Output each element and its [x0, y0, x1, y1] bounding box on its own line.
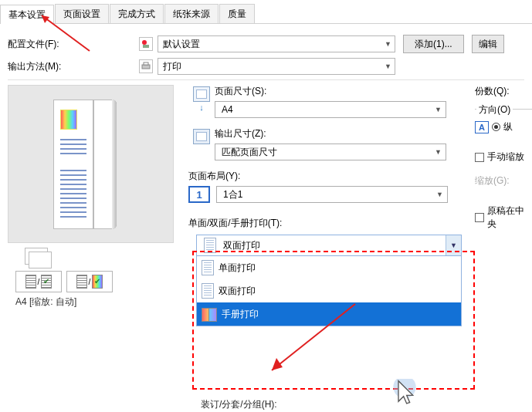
chevron-down-icon: ▼ — [385, 62, 391, 70]
tab-quality[interactable]: 质量 — [219, 4, 255, 23]
chevron-down-icon: ▼ — [385, 40, 391, 48]
down-arrow-icon: ↓ — [199, 103, 204, 112]
printer-icon — [139, 59, 153, 73]
binding-label: 装订/分套/分组(H): — [201, 398, 277, 411]
single-page-icon — [202, 260, 214, 275]
profile-icon — [139, 37, 153, 51]
add-button[interactable]: 添加(1)... — [403, 35, 464, 53]
svg-rect-2 — [142, 65, 150, 69]
svg-point-0 — [142, 40, 147, 45]
scaling-label: 缩放(G): — [475, 174, 532, 187]
layout-select[interactable]: 1合1 ▼ — [216, 186, 448, 203]
tab-finish[interactable]: 完成方式 — [110, 4, 164, 23]
edit-button[interactable]: 编辑 — [472, 35, 504, 53]
option-label: 单面打印 — [219, 262, 256, 275]
layout-number-box: 1 — [188, 186, 210, 203]
output-method-value: 打印 — [163, 60, 181, 73]
page-size-icon — [193, 86, 210, 102]
output-method-select[interactable]: 打印 ▼ — [158, 58, 395, 75]
manual-scale-label: 手动缩放 — [487, 150, 524, 164]
output-size-icon — [193, 129, 210, 144]
chevron-down-icon[interactable]: ▼ — [446, 235, 461, 255]
portrait-radio[interactable] — [492, 123, 500, 131]
option-label: 手册打印 — [222, 308, 259, 321]
chevron-down-icon: ▼ — [435, 148, 442, 156]
page-size-value: A4 — [222, 104, 233, 115]
duplex-select[interactable]: 双面打印 ▼ — [196, 235, 462, 256]
mono-toggle-left[interactable]: / — [15, 271, 62, 292]
copies-label: 份数(Q): — [475, 85, 532, 98]
output-size-select[interactable]: 匹配页面尺寸 ▼ — [215, 144, 446, 160]
svg-line-4 — [42, 15, 90, 51]
chevron-down-icon: ▼ — [435, 106, 442, 113]
annotation-arrow-1 — [36, 11, 97, 57]
manual-scale-checkbox[interactable] — [475, 153, 484, 162]
duplex-icon — [202, 238, 219, 253]
chevron-down-icon: ▼ — [436, 191, 443, 198]
booklet-icon — [202, 308, 217, 320]
preview-pane: / / A4 [缩放: 自动] — [0, 85, 178, 336]
annotation-arrow-2 — [263, 299, 371, 384]
svg-rect-1 — [143, 45, 149, 48]
color-toggle-right[interactable]: / — [66, 271, 113, 292]
page-stack-icon — [25, 248, 178, 265]
duplex-option-single[interactable]: 单面打印 — [197, 256, 461, 279]
portrait-icon: A — [475, 121, 489, 133]
profile-select[interactable]: 默认设置 ▼ — [158, 35, 395, 52]
output-method-label: 输出方法(M): — [8, 60, 139, 73]
output-size-value: 匹配页面尺寸 — [222, 146, 277, 159]
preview-caption: A4 [缩放: 自动] — [15, 295, 178, 309]
tab-paper[interactable]: 纸张来源 — [164, 4, 219, 23]
double-page-icon — [202, 283, 214, 299]
svg-marker-7 — [272, 358, 283, 370]
original-center-checkbox[interactable] — [475, 213, 484, 222]
orientation-label: 方向(O) — [476, 103, 513, 117]
cursor-icon — [392, 379, 417, 410]
page-size-select[interactable]: A4 ▼ — [215, 101, 446, 118]
option-label: 双面打印 — [219, 285, 256, 298]
right-column: 份数(Q): 方向(O) A 纵 手动缩放 缩放(G): 原稿在中央 — [475, 85, 532, 241]
preview-frame — [8, 85, 174, 243]
portrait-label: 纵 — [503, 120, 513, 133]
original-center-label: 原稿在中央 — [487, 204, 532, 231]
profile-value: 默认设置 — [163, 38, 200, 51]
svg-marker-5 — [42, 15, 49, 23]
layout-value: 1合1 — [223, 188, 242, 201]
svg-rect-3 — [144, 62, 148, 65]
duplex-value: 双面打印 — [223, 239, 260, 252]
svg-line-6 — [272, 304, 355, 370]
